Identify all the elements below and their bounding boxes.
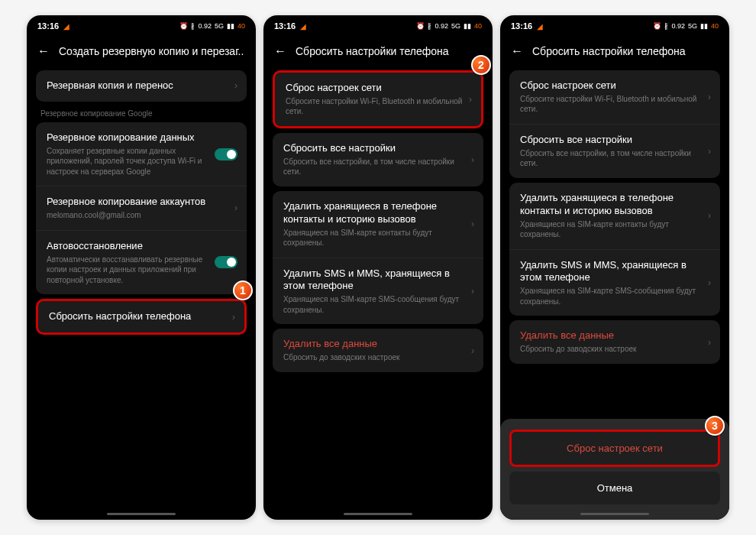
autorestore-toggle[interactable] xyxy=(215,256,237,268)
chevron-right-icon: › xyxy=(708,210,711,221)
delete-sms-title: Удалить SMS и MMS, хранящиеся в этом тел… xyxy=(520,259,709,285)
home-indicator[interactable] xyxy=(107,513,176,515)
delete-contacts-title: Удалить хранящиеся в телефоне контакты и… xyxy=(520,192,709,218)
bluetooth-icon: ∦ xyxy=(664,22,668,30)
erase-card[interactable]: Удалить все данные Сбросить до заводских… xyxy=(273,329,483,371)
chevron-right-icon: › xyxy=(234,203,237,213)
reset-all-row[interactable]: Сбросить все настройки Сбросить все наст… xyxy=(273,133,483,186)
chevron-right-icon: › xyxy=(708,92,711,102)
reset-phone-row[interactable]: Сбросить настройки телефона › xyxy=(36,299,247,335)
delete-sms-sub: Хранящиеся на SIM-карте SMS-сообщения бу… xyxy=(520,286,709,306)
rec-icon: ◢ xyxy=(537,22,543,31)
net-icon: 5G xyxy=(451,22,460,30)
alarm-icon: ⏰ xyxy=(416,22,425,30)
alarm-icon: ⏰ xyxy=(653,22,661,30)
chevron-right-icon: › xyxy=(471,219,474,229)
chevron-right-icon: › xyxy=(708,337,711,348)
delete-sms-sub: Хранящиеся на SIM-карте SMS-сообщения бу… xyxy=(283,294,473,315)
rec-icon: ◢ xyxy=(63,22,69,31)
net-icon: 5G xyxy=(688,22,697,30)
signal-icon: ▮▮ xyxy=(227,22,234,30)
home-indicator[interactable] xyxy=(344,513,412,515)
data-backup-sub: Сохраняет резервные копии данных приложе… xyxy=(47,146,236,177)
back-icon[interactable]: ← xyxy=(511,44,523,58)
chevron-right-icon: › xyxy=(471,154,474,165)
backup-transfer-card[interactable]: Резервная копия и перенос › xyxy=(36,70,247,102)
acct-backup-title: Резервное копирование аккаунтов xyxy=(47,196,236,209)
header: ← Сбросить настройки телефона xyxy=(263,37,493,66)
back-icon[interactable]: ← xyxy=(274,44,286,58)
erase-title: Удалить все данные xyxy=(520,329,709,342)
reset-net-title: Сброс настроек сети xyxy=(286,82,470,95)
bluetooth-icon: ∦ xyxy=(191,22,195,30)
phone-screen-1: 13:16 ◢ ⏰ ∦ 0.92 5G ▮▮ 40 ← Создать резе… xyxy=(27,15,256,520)
status-icons: ⏰ ∦ 0.92 5G ▮▮ 40 xyxy=(416,22,482,30)
phone-screen-3: 13:16 ◢ ⏰ ∦ 0.92 5G ▮▮ 40 ← Сбросить нас… xyxy=(500,15,729,520)
backup-transfer-label: Резервная копия и перенос xyxy=(47,79,236,92)
back-icon[interactable]: ← xyxy=(37,44,50,58)
data-backup-title: Резервное копирование данных xyxy=(47,131,236,144)
status-icons: ⏰ ∦ 0.92 5G ▮▮ 40 xyxy=(653,22,719,30)
chevron-right-icon: › xyxy=(232,312,235,323)
erase-sub: Сбросить до заводских настроек xyxy=(520,344,709,355)
autorestore-title: Автовосстановление xyxy=(47,240,236,253)
reset-net-row[interactable]: Сброс настроек сети Сбросите настройки W… xyxy=(275,73,481,126)
confirm-reset-button[interactable]: Сброс настроек сети xyxy=(509,430,720,467)
header: ← Сбросить настройки телефона xyxy=(500,37,729,66)
bluetooth-icon: ∦ xyxy=(428,22,431,30)
acct-backup-row[interactable]: Резервное копирование аккаунтов melomano… xyxy=(36,186,247,229)
status-bar: 13:16 ◢ ⏰ ∦ 0.92 5G ▮▮ 40 xyxy=(27,15,256,37)
delete-sms-row[interactable]: Удалить SMS и MMS, хранящиеся в этом тел… xyxy=(509,249,720,316)
status-bar: 13:16 ◢ ⏰ ∦ 0.92 5G ▮▮ 40 xyxy=(263,15,493,37)
net-icon: 5G xyxy=(215,22,224,30)
reset-phone-label: Сбросить настройки телефона xyxy=(49,310,234,323)
google-backup-card: Резервное копирование данных Сохраняет р… xyxy=(36,122,247,294)
erase-sub: Сбросить до заводских настроек xyxy=(283,352,473,363)
reset-all-row[interactable]: Сбросить все настройки Сбросить все наст… xyxy=(509,124,720,178)
rec-icon: ◢ xyxy=(300,22,306,31)
status-time: 13:16 xyxy=(274,21,296,31)
reset-net-sub: Сбросите настройки Wi-Fi, Bluetooth и мо… xyxy=(286,96,470,117)
page-title: Сбросить настройки телефона xyxy=(296,45,449,57)
delete-card: Удалить хранящиеся в телефоне контакты и… xyxy=(509,183,720,316)
delete-contacts-sub: Хранящиеся на SIM-карте контакты будут с… xyxy=(283,228,473,248)
status-icons: ⏰ ∦ 0.92 5G ▮▮ 40 xyxy=(179,22,245,30)
delete-card: Удалить хранящиеся в телефоне контакты и… xyxy=(273,191,483,325)
battery-icon: 40 xyxy=(474,22,482,30)
autorestore-row[interactable]: Автовосстановление Автоматически восстан… xyxy=(36,230,247,294)
data-backup-toggle[interactable] xyxy=(215,148,237,160)
chevron-right-icon: › xyxy=(471,286,474,297)
delete-sms-title: Удалить SMS и MMS, хранящиеся в этом тел… xyxy=(283,268,473,293)
cancel-button[interactable]: Отмена xyxy=(509,472,720,504)
delete-contacts-sub: Хранящиеся на SIM-карте контакты будут с… xyxy=(520,219,709,240)
data-backup-row[interactable]: Резервное копирование данных Сохраняет р… xyxy=(36,122,247,186)
page-title: Создать резервную копию и перезаг.. xyxy=(59,45,244,57)
reset-all-title: Сбросить все настройки xyxy=(283,142,473,155)
reset-net-row[interactable]: Сброс настроек сети Сбросите настройки W… xyxy=(509,70,720,124)
signal-icon: ▮▮ xyxy=(700,22,708,30)
status-time: 13:16 xyxy=(511,21,532,31)
delete-contacts-title: Удалить хранящиеся в телефоне контакты и… xyxy=(283,200,473,226)
google-section-label: Резервное копирование Google xyxy=(40,109,242,118)
delete-sms-row[interactable]: Удалить SMS и MMS, хранящиеся в этом тел… xyxy=(273,258,483,325)
step-badge-2: 2 xyxy=(471,55,491,75)
home-indicator[interactable] xyxy=(580,513,649,515)
battery-icon: 40 xyxy=(711,22,719,30)
delete-contacts-row[interactable]: Удалить хранящиеся в телефоне контакты и… xyxy=(509,183,720,249)
step-badge-3: 3 xyxy=(705,416,725,436)
erase-card[interactable]: Удалить все данные Сбросить до заводских… xyxy=(509,320,720,363)
step-badge-1: 1 xyxy=(233,280,253,300)
chevron-right-icon: › xyxy=(708,277,711,288)
header: ← Создать резервную копию и перезаг.. xyxy=(27,37,256,66)
reset-net-card: Сброс настроек сети Сбросите настройки W… xyxy=(273,70,483,128)
battery-icon: 40 xyxy=(237,22,245,30)
chevron-right-icon: › xyxy=(708,146,711,157)
chevron-right-icon: › xyxy=(469,94,472,105)
reset-all-sub: Сбросить все настройки, в том числе наст… xyxy=(283,157,473,177)
page-title: Сбросить настройки телефона xyxy=(532,45,686,57)
reset-net-card: Сброс настроек сети Сбросите настройки W… xyxy=(509,70,720,178)
action-sheet: 3 Сброс настроек сети Отмена xyxy=(500,419,729,520)
acct-backup-sub: melomano.cool@gmail.com xyxy=(47,210,236,221)
delete-contacts-row[interactable]: Удалить хранящиеся в телефоне контакты и… xyxy=(273,191,483,258)
reset-all-sub: Сбросить все настройки, в том числе наст… xyxy=(520,148,709,169)
